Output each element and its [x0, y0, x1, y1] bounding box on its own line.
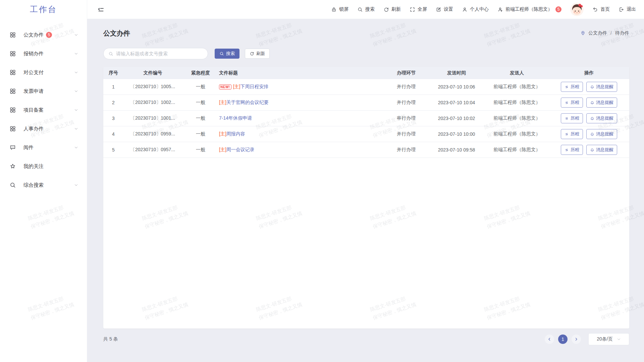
time-cell: 2023-07-10 10:06: [428, 84, 485, 89]
urgency-cell: 一般: [182, 131, 219, 137]
logout-icon: [619, 7, 624, 12]
sidebar-item-label: 人事办件: [23, 126, 44, 132]
sidebar-item[interactable]: 阅件: [0, 138, 87, 157]
doc-main-tag: [主]: [219, 131, 226, 137]
fullscreen-button[interactable]: 全屏: [410, 6, 427, 12]
doc-title-link[interactable]: 周报内容: [226, 131, 245, 137]
chevron-right-icon: [574, 337, 578, 341]
sidebar-item-icon: [9, 182, 16, 188]
sidebar-item[interactable]: 对公支付: [0, 63, 87, 82]
current-user[interactable]: 前端工程师（陈思文） 5: [497, 6, 561, 12]
menu-fold-icon[interactable]: [97, 6, 104, 13]
settings-button[interactable]: 设置: [436, 6, 453, 12]
history-button[interactable]: 历程: [561, 145, 583, 155]
sidebar-item-icon: [9, 125, 16, 132]
seq-cell: 4: [103, 131, 123, 137]
message-remind-button[interactable]: 消息提醒: [586, 145, 617, 155]
message-remind-button[interactable]: 消息提醒: [586, 98, 617, 108]
sidebar-item-label: 综合搜索: [23, 182, 44, 188]
history-button[interactable]: 历程: [561, 98, 583, 108]
breadcrumb-current: 待办件: [615, 30, 629, 36]
sidebar-item[interactable]: 公文办件 5: [0, 25, 87, 44]
swap-vertical-icon: [565, 132, 569, 136]
search-icon: [357, 7, 363, 12]
message-remind-button[interactable]: 消息提醒: [586, 129, 617, 139]
sidebar-item[interactable]: 报销办件: [0, 44, 87, 63]
refresh-list-button[interactable]: 刷新: [245, 49, 270, 59]
doc-title-link[interactable]: 周一会议记录: [226, 147, 255, 153]
history-button[interactable]: 历程: [561, 129, 583, 139]
user-avatar[interactable]: [570, 3, 584, 16]
message-remind-button[interactable]: 消息提醒: [586, 113, 617, 123]
history-button[interactable]: 历程: [561, 82, 583, 92]
sidebar-item-icon: [9, 107, 16, 113]
urgency-cell: 一般: [182, 115, 219, 121]
home-button[interactable]: 首页: [592, 6, 610, 12]
pagination-page-1[interactable]: 1: [558, 335, 568, 344]
chevron-left-icon: [547, 337, 551, 341]
doc-title-link[interactable]: 下周日程安排: [240, 84, 268, 90]
profile-button[interactable]: 个人中心: [462, 6, 489, 12]
sidebar-item[interactable]: 人事办件: [0, 119, 87, 138]
search-input[interactable]: [116, 51, 203, 56]
pagination-next-button[interactable]: [572, 335, 581, 344]
lock-icon: [331, 7, 337, 12]
sidebar-item[interactable]: 我的关注: [0, 157, 87, 176]
doc-no-cell: 〔20230710〕1005...: [123, 84, 182, 90]
urgency-cell: 一般: [182, 147, 219, 153]
refresh-button[interactable]: 刷新: [383, 6, 401, 12]
history-button[interactable]: 历程: [561, 113, 583, 123]
grid-icon: [9, 88, 16, 95]
chat-icon: [9, 144, 16, 151]
table-row: 4 〔20230710〕0959... 一般 [主] 周报内容 并行办理 202…: [103, 126, 629, 142]
doc-no-cell: 〔20230710〕1001...: [123, 115, 182, 121]
doc-title-link[interactable]: 7-14年休假申请: [219, 115, 252, 121]
user-role-icon: [497, 7, 503, 12]
logout-button[interactable]: 退出: [619, 6, 636, 12]
search-button-label: 搜索: [226, 51, 235, 57]
column-header-sender: 发送人: [485, 70, 549, 76]
sidebar-item[interactable]: 项目备案: [0, 101, 87, 119]
swap-vertical-icon: [565, 148, 569, 152]
grid-icon: [9, 32, 16, 38]
notification-badge: 5: [555, 6, 561, 12]
bell-icon: [590, 148, 594, 152]
doc-title-cell: [主] 周报内容: [219, 131, 384, 137]
chevron-down-icon: [74, 89, 78, 93]
step-cell: 串行办理: [384, 115, 428, 121]
search-icon: [219, 51, 224, 56]
history-button-label: 历程: [571, 100, 579, 106]
table-footer: 共 5 条 1 20条/页: [103, 333, 629, 345]
pagination-prev-button[interactable]: [545, 335, 554, 344]
message-remind-button[interactable]: 消息提醒: [586, 82, 617, 92]
app-root: 工作台 公文办件 5: [0, 0, 644, 362]
bell-icon: [590, 116, 594, 121]
message-remind-button-label: 消息提醒: [596, 84, 613, 90]
history-button-label: 历程: [571, 115, 579, 121]
sidebar-item[interactable]: 综合搜索: [0, 176, 87, 194]
bell-icon: [590, 101, 594, 105]
search-button[interactable]: 搜索: [215, 49, 239, 59]
column-header-title: 文件标题: [219, 70, 384, 76]
search-box: [103, 48, 208, 59]
history-button-label: 历程: [571, 84, 579, 90]
message-remind-button-label: 消息提醒: [596, 147, 613, 153]
chevron-down-icon: [74, 70, 78, 74]
table-row: 1 〔20230710〕1005... 一般 NEW! [主] 下周日程安排 并…: [103, 79, 629, 95]
sidebar-item[interactable]: 发票申请: [0, 82, 87, 101]
doc-title-link[interactable]: 关于官网的会议纪要: [226, 100, 269, 106]
total-count: 共 5 条: [103, 336, 118, 342]
refresh-icon: [250, 51, 254, 56]
doc-title-cell: [主] 周一会议记录: [219, 147, 384, 153]
doc-main-tag: [主]: [219, 100, 226, 106]
grid-icon: [9, 125, 16, 132]
sidebar-item-badge: 5: [46, 32, 52, 38]
breadcrumb-item[interactable]: 公文办件: [588, 30, 607, 36]
step-cell: 并行办理: [384, 147, 428, 153]
global-search-button[interactable]: 搜索: [357, 6, 375, 12]
seq-cell: 2: [103, 100, 123, 105]
refresh-icon: [383, 7, 389, 12]
doc-title-cell: 7-14年休假申请: [219, 115, 384, 121]
lock-screen-button[interactable]: 锁屏: [331, 6, 348, 12]
page-size-select[interactable]: 20条/页: [588, 333, 629, 345]
